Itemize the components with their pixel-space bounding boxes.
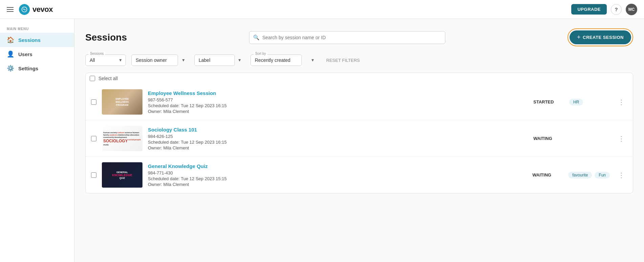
reset-filters-button[interactable]: RESET FILTERS xyxy=(326,58,360,63)
owner-filter-chevron: ▼ xyxy=(181,58,185,63)
sidebar-item-sessions-label: Sessions xyxy=(18,37,41,43)
session-name-quiz[interactable]: General Knowledge Quiz xyxy=(148,163,208,169)
owner-filter-select[interactable]: Session owner Mila Clement xyxy=(131,54,178,66)
sidebar: MAIN MENU 🏠 Sessions 👤 Users ⚙️ Settings xyxy=(0,19,74,262)
plus-icon: + xyxy=(577,34,581,41)
session-status-quiz: WAITING xyxy=(532,172,563,177)
sidebar-item-users[interactable]: 👤 Users xyxy=(0,47,74,61)
session-id-quiz: 984-771-430 xyxy=(148,170,527,175)
sidebar-section-label: MAIN MENU xyxy=(0,23,74,33)
sidebar-item-settings[interactable]: ⚙️ Settings xyxy=(0,61,74,75)
session-info-wellness: Employee Wellness Session 987-556-577 Sc… xyxy=(148,90,528,114)
sort-filter-select[interactable]: Recently created Name A-Z Name Z-A Oldes… xyxy=(250,54,302,66)
help-button[interactable]: ? xyxy=(611,4,622,15)
filters-row: Sessions All Started Waiting Ended ▼ Ses… xyxy=(85,54,633,66)
logo-text: vevox xyxy=(32,5,53,14)
tag-favourite[interactable]: favourite xyxy=(568,172,592,178)
session-info-quiz: General Knowledge Quiz 984-771-430 Sched… xyxy=(148,163,527,187)
create-session-button-wrap: + CREATE SESSION xyxy=(568,28,633,46)
page-title: Sessions xyxy=(85,32,127,43)
session-tags-quiz: favourite Fun xyxy=(568,172,610,178)
session-id-sociology: 984-626-125 xyxy=(148,134,528,139)
upgrade-button[interactable]: UPGRADE xyxy=(571,4,607,15)
quiz-thumb-sub: QUIZ xyxy=(119,177,125,179)
tag-hr[interactable]: HR xyxy=(569,99,583,105)
users-icon: 👤 xyxy=(7,50,14,58)
session-status-wellness: STARTED xyxy=(533,99,564,104)
search-bar-container: 🔍 xyxy=(249,31,445,44)
hamburger-menu[interactable] xyxy=(7,7,14,12)
session-info-sociology: Sociology Class 101 984-626-125 Schedule… xyxy=(148,127,528,150)
session-more-wellness[interactable]: ⋮ xyxy=(615,98,627,106)
session-date-quiz: Scheduled date: Tue 12 Sep 2023 15:15 xyxy=(148,176,527,181)
session-more-sociology[interactable]: ⋮ xyxy=(615,135,627,143)
session-status-sociology: WAITING xyxy=(533,136,564,141)
sociology-thumb-inner: human society culture science human fami… xyxy=(102,130,142,147)
session-thumbnail-quiz: GENERAL KNOWLEDGE QUIZ xyxy=(102,162,142,188)
label-filter-select[interactable]: Label HR favourite Fun xyxy=(194,54,235,66)
session-id-wellness: 987-556-577 xyxy=(148,97,528,102)
logo-icon xyxy=(19,4,30,15)
session-tags-wellness: HR xyxy=(569,99,610,105)
header-row: Sessions 🔍 + CREATE SESSION xyxy=(85,28,633,46)
settings-icon: ⚙️ xyxy=(7,65,14,72)
top-navigation: vevox UPGRADE ? MC xyxy=(0,0,644,19)
tag-fun[interactable]: Fun xyxy=(595,172,610,178)
session-row: human society culture science human fami… xyxy=(86,120,633,157)
nav-right: UPGRADE ? MC xyxy=(571,4,637,15)
owner-filter: Session owner Mila Clement ▼ xyxy=(131,54,189,66)
search-icon: 🔍 xyxy=(253,34,260,41)
quiz-thumb-label: GENERAL xyxy=(116,171,128,173)
session-owner-quiz: Owner: Mila Clement xyxy=(148,182,527,187)
session-date-sociology: Scheduled date: Tue 12 Sep 2023 16:15 xyxy=(148,140,528,145)
session-thumbnail-sociology: human society culture science human fami… xyxy=(102,126,142,151)
sort-filter-chevron: ▼ xyxy=(311,58,315,63)
nav-left: vevox xyxy=(7,4,53,15)
session-more-quiz[interactable]: ⋮ xyxy=(615,171,627,179)
session-checkbox-quiz[interactable] xyxy=(91,172,96,178)
wellness-thumb-text: EMPLOYEEWELLNESSPROGRAM xyxy=(114,96,130,108)
session-row: EMPLOYEEWELLNESSPROGRAM Employee Wellnes… xyxy=(86,84,633,120)
sidebar-item-settings-label: Settings xyxy=(18,66,38,71)
search-input[interactable] xyxy=(249,31,445,44)
create-session-button[interactable]: + CREATE SESSION xyxy=(570,30,631,44)
sidebar-item-users-label: Users xyxy=(18,51,32,57)
session-row: GENERAL KNOWLEDGE QUIZ General Knowledge… xyxy=(86,157,633,193)
select-all-checkbox[interactable] xyxy=(90,76,95,81)
sessions-filter-select[interactable]: All Started Waiting Ended xyxy=(85,54,126,66)
label-filter-chevron: ▼ xyxy=(238,58,242,63)
session-name-sociology[interactable]: Sociology Class 101 xyxy=(148,127,197,133)
select-all-label[interactable]: Select all xyxy=(98,76,118,81)
home-icon: 🏠 xyxy=(7,36,14,44)
session-owner-sociology: Owner: Mila Clement xyxy=(148,145,528,150)
sort-filter-label: Sort by xyxy=(254,52,267,55)
quiz-thumb-inner: GENERAL KNOWLEDGE QUIZ xyxy=(112,171,132,179)
session-owner-wellness: Owner: Mila Clement xyxy=(148,109,528,114)
session-thumbnail-wellness: EMPLOYEEWELLNESSPROGRAM xyxy=(102,89,142,115)
avatar[interactable]: MC xyxy=(626,4,637,15)
sessions-filter: Sessions All Started Waiting Ended ▼ xyxy=(85,54,126,66)
label-filter: Label HR favourite Fun ▼ xyxy=(194,54,245,66)
main-content: Sessions 🔍 + CREATE SESSION Sessions All… xyxy=(74,19,644,262)
select-all-row: Select all xyxy=(86,73,633,84)
session-checkbox-wellness[interactable] xyxy=(91,99,96,105)
create-session-label: CREATE SESSION xyxy=(583,35,624,40)
app-layout: MAIN MENU 🏠 Sessions 👤 Users ⚙️ Settings… xyxy=(0,19,644,262)
session-list: Select all EMPLOYEEWELLNESSPROGRAM Emplo… xyxy=(85,73,633,193)
sidebar-item-sessions[interactable]: 🏠 Sessions xyxy=(0,33,74,47)
logo: vevox xyxy=(19,4,53,15)
session-date-wellness: Scheduled date: Tue 12 Sep 2023 16:15 xyxy=(148,103,528,108)
sort-filter: Sort by Recently created Name A-Z Name Z… xyxy=(250,54,318,66)
sessions-filter-label: Sessions xyxy=(89,52,105,55)
session-checkbox-sociology[interactable] xyxy=(91,136,96,141)
session-name-wellness[interactable]: Employee Wellness Session xyxy=(148,90,216,96)
quiz-thumb-title: KNOWLEDGE xyxy=(112,173,132,177)
